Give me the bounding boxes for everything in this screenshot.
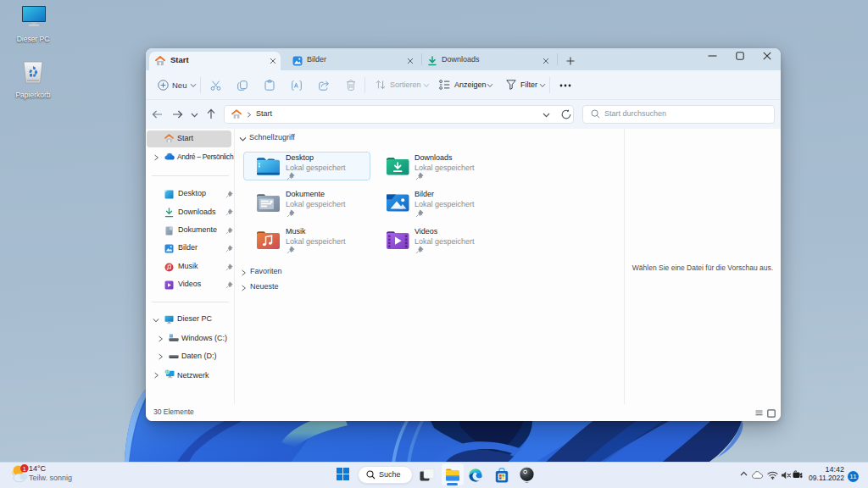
svg-text:1: 1 xyxy=(23,466,26,472)
